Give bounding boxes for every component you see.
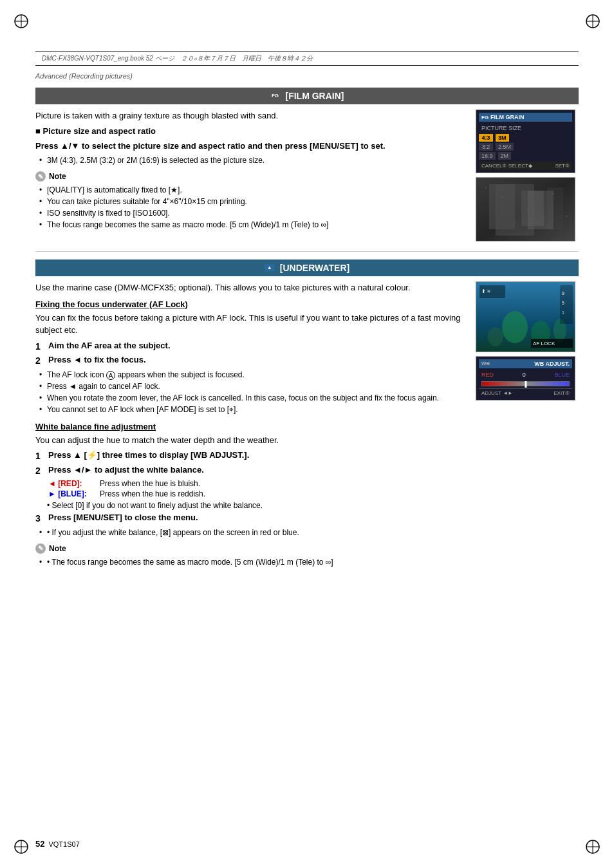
film-grain-note-label: ✎ Note xyxy=(35,171,469,182)
wb-intro: You can adjust the hue to match the wate… xyxy=(35,434,469,447)
film-grain-note-1: [QUALITY] is automatically fixed to [★]. xyxy=(35,184,469,196)
cam-picture-size-label: PICTURE SIZE xyxy=(479,124,572,133)
svg-point-19 xyxy=(527,209,528,211)
page-footer: 52 VQT1S07 xyxy=(35,839,80,849)
content-area: Advanced (Recording pictures) FG [FILM G… xyxy=(35,72,579,573)
film-grain-section-header: FG [FILM GRAIN] xyxy=(35,88,579,104)
svg-text:⬆ ≡: ⬆ ≡ xyxy=(481,288,490,294)
underwater-intro: Use the marine case (DMW-MCFX35; optiona… xyxy=(35,281,469,294)
cam-title-icon: FG xyxy=(481,115,488,120)
wb-appear-note: • If you adjust the white balance, [⊠] a… xyxy=(35,527,469,538)
svg-text:5: 5 xyxy=(562,301,564,305)
film-grain-note-4: The focus range becomes the same as macr… xyxy=(35,219,469,231)
wb-blue-label: ► [BLUE]: xyxy=(48,489,93,498)
cam-bottom-right: SET⑤ xyxy=(555,163,570,169)
film-grain-left-col: Picture is taken with a grainy texture a… xyxy=(35,109,469,236)
cam-row0-ratio: 4:3 xyxy=(479,134,493,142)
corner-mark-br xyxy=(583,837,602,856)
wb-select-note: • Select [0] if you do not want to finel… xyxy=(47,501,469,510)
svg-rect-16 xyxy=(547,187,563,229)
wb-bar xyxy=(481,381,570,386)
underwater-left-col: Use the marine case (DMW-MCFX35; optiona… xyxy=(35,281,469,573)
svg-text:AF LOCK: AF LOCK xyxy=(533,341,555,346)
wb-bar-container xyxy=(479,381,572,386)
cam-bottom-left: CANCEL⑤ SELECT◆ xyxy=(481,163,532,169)
wb-blue-cam-label: BLUE xyxy=(554,372,570,378)
cam-row2-ratio: 16:9 xyxy=(479,152,496,160)
svg-point-20 xyxy=(553,193,554,194)
af-bullet-3: When you rotate the zoom lever, the AF l… xyxy=(35,392,469,404)
wb-bottom-left: ADJUST ◄► xyxy=(481,390,513,396)
wb-step-3: 3 Press [MENU/SET] to close the menu. xyxy=(35,513,469,524)
svg-rect-15 xyxy=(521,191,544,226)
cam-row1-size: 2.5M xyxy=(496,143,514,151)
wb-red-value: Press when the hue is bluish. xyxy=(100,479,200,488)
fixing-intro: You can fix the focus before taking a pi… xyxy=(35,312,469,337)
underwater-note-focus: • The focus range becomes the same as ma… xyxy=(35,556,469,568)
page-version: VQT1S07 xyxy=(48,840,79,848)
underwater-icon: ▲ xyxy=(265,264,275,272)
svg-text:1: 1 xyxy=(562,310,564,315)
note-icon-uw: ✎ xyxy=(35,543,46,554)
film-grain-bullet1: 3M (4:3), 2.5M (3:2) or 2M (16:9) is sel… xyxy=(35,155,469,166)
underwater-note-box: ✎ Note • The focus range becomes the sam… xyxy=(35,543,469,568)
wb-blue-value: Press when the hue is reddish. xyxy=(100,489,205,498)
wb-step-2: 2 Press ◄/► to adjust the white balance. xyxy=(35,465,469,476)
film-grain-right-col: FG FILM GRAIN PICTURE SIZE 4:3 3M 3:2 2.… xyxy=(476,109,579,241)
cam-row0-size: 3M xyxy=(496,134,509,142)
header-line: DMC-FX38GN-VQT1S07_eng.book 52 ページ ２０০８年… xyxy=(35,52,579,66)
af-bullet-1: The AF lock icon A appears when the subj… xyxy=(35,369,469,381)
wb-heading: White balance fine adjustment xyxy=(35,422,469,431)
svg-point-17 xyxy=(485,187,487,188)
svg-point-21 xyxy=(514,222,516,223)
af-step-2-text: Press ◄ to fix the focus. xyxy=(48,355,469,364)
svg-point-25 xyxy=(502,311,528,343)
film-grain-press-instruction: Press ▲/▼ to select the picture size and… xyxy=(35,140,469,153)
breadcrumb: Advanced (Recording pictures) xyxy=(35,72,579,80)
cam-bottom-bar: CANCEL⑤ SELECT◆ SET⑤ xyxy=(479,162,572,170)
af-bullet-4: You cannot set to AF lock when [AF MODE]… xyxy=(35,404,469,415)
underwater-section-header: ▲ [UNDERWATER] xyxy=(35,259,579,276)
film-grain-cam-screenshot: FG FILM GRAIN PICTURE SIZE 4:3 3M 3:2 2.… xyxy=(476,109,575,173)
film-grain-intro: Picture is taken with a grainy texture a… xyxy=(35,109,469,122)
wb-marker xyxy=(525,381,526,388)
wb-title-icon: WB xyxy=(481,361,490,367)
film-grain-photo-thumb xyxy=(476,177,575,241)
film-grain-icon: FG xyxy=(270,92,281,100)
wb-step-3-text: Press [MENU/SET] to close the menu. xyxy=(48,513,469,522)
cam-row2-size: 2M xyxy=(498,152,512,160)
film-grain-note-3: ISO sensitivity is fixed to [ISO1600]. xyxy=(35,207,469,219)
underwater-note-label: ✎ Note xyxy=(35,543,469,554)
note-icon: ✎ xyxy=(35,171,46,182)
wb-labels: RED 0 BLUE xyxy=(479,370,572,379)
page-wrapper: DMC-FX38GN-VQT1S07_eng.book 52 ページ ２０০８年… xyxy=(0,0,614,868)
wb-step-1: 1 Press ▲ [⚡] three times to display [WB… xyxy=(35,450,469,462)
header-file-text: DMC-FX38GN-VQT1S07_eng.book 52 ページ ２０০８年… xyxy=(42,53,313,63)
wb-title: WB WB ADJUST. xyxy=(479,359,572,368)
wb-sub-blue: ► [BLUE]: Press when the hue is reddish. xyxy=(48,489,469,498)
wb-screenshot: WB WB ADJUST. RED 0 BLUE ADJUST ◄ xyxy=(476,356,575,401)
corner-mark-tl xyxy=(12,12,31,31)
section-divider xyxy=(35,251,579,252)
cam-row-0: 4:3 3M xyxy=(479,134,572,142)
fixing-heading: Fixing the focus underwater (AF Lock) xyxy=(35,299,469,309)
film-grain-content: Picture is taken with a grainy texture a… xyxy=(35,109,579,241)
af-step-2: 2 Press ◄ to fix the focus. xyxy=(35,355,469,366)
af-bullet-2: Press ◄ again to cancel AF lock. xyxy=(35,381,469,392)
corner-mark-tr xyxy=(583,12,602,31)
cam-row1-ratio: 3:2 xyxy=(479,143,493,151)
svg-point-27 xyxy=(488,327,503,346)
wb-sub-items: ◄ [RED]: Press when the hue is bluish. ►… xyxy=(35,479,469,498)
corner-mark-bl xyxy=(12,837,31,856)
af-step-1: 1 Aim the AF area at the subject. xyxy=(35,341,469,352)
page-number: 52 xyxy=(35,839,44,849)
film-grain-note-2: You can take pictures suitable for 4"×6"… xyxy=(35,196,469,207)
svg-point-18 xyxy=(501,196,503,198)
wb-value-cam: 0 xyxy=(523,372,526,378)
wb-step-1-text: Press ▲ [⚡] three times to display [WB A… xyxy=(48,450,469,460)
underwater-right-col: ⬆ ≡ 9 5 1 AF LOCK WB WB ADJUST. xyxy=(476,281,579,401)
cam-row-1: 3:2 2.5M xyxy=(479,143,572,151)
circle-a-icon: A xyxy=(106,371,115,380)
wb-red-cam-label: RED xyxy=(481,372,494,378)
cam-row-2: 16:9 2M xyxy=(479,152,572,160)
